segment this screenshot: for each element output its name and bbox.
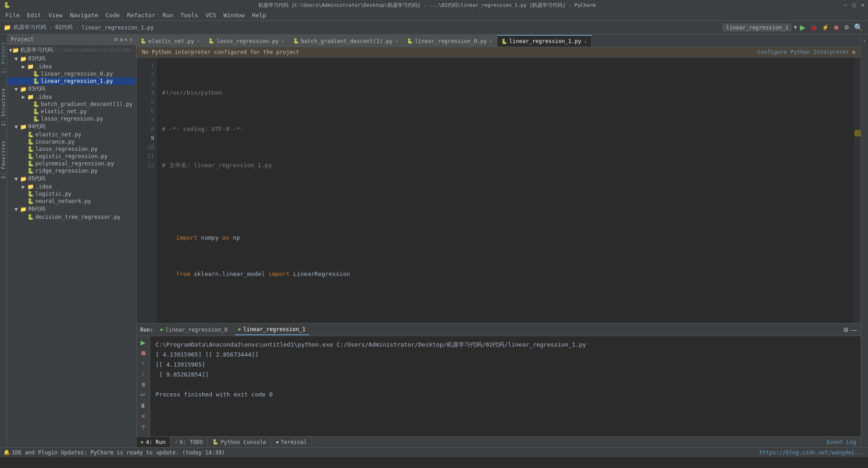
settings-button[interactable]: ⚙ [843, 23, 851, 32]
tab-batch[interactable]: 🐍 batch_gradient_descent(1).py ✕ [289, 35, 403, 47]
tree-label-nn: neural_network.py [35, 198, 91, 204]
tree-file-en04[interactable]: 🐍 elastic_net.py [7, 131, 136, 138]
run-btn-pin[interactable]: ✕ [138, 411, 148, 421]
run-btn-down[interactable]: ↓ [138, 369, 148, 378]
run-btn-pause[interactable]: ⏸ [138, 380, 148, 389]
panel-label-favorites[interactable]: 2: Favorites [0, 137, 7, 182]
gear-icon[interactable]: ⚙ [120, 37, 123, 43]
tree-root[interactable]: ▼ 📁 机器学习代码 C:\Users\Administrator\De... [7, 46, 136, 54]
event-log-area[interactable]: Event Log [822, 437, 861, 447]
menu-file[interactable]: File [2, 11, 23, 19]
run-panel-minimize-button[interactable]: — [851, 326, 857, 333]
tab-lr1[interactable]: 🐍 linear_regression_1.py ✕ [497, 35, 592, 47]
right-sidebar-item-1[interactable]: ⚡ [862, 36, 868, 46]
tab-close-batch[interactable]: ✕ [395, 38, 399, 44]
breadcrumb-project[interactable]: 机器学习代码 [14, 24, 46, 31]
todo-label: 6: TODO [180, 439, 203, 445]
tree-folder-02[interactable]: ▼ 📁 02代码 [7, 54, 136, 63]
menu-refactor[interactable]: Refactor [123, 11, 159, 19]
breadcrumb-folder[interactable]: 02代码 [55, 24, 73, 31]
run-btn-play[interactable]: ▶ [138, 338, 148, 347]
menu-run[interactable]: Run [159, 11, 177, 19]
run-btn-wrap[interactable]: ↩ [138, 391, 148, 400]
tree-idea-02[interactable]: ▶ 📁 .idea [7, 63, 136, 70]
tab-close-elastic[interactable]: ✕ [196, 38, 200, 44]
run-tab-label-lr0: linear_regression_0 [166, 327, 228, 333]
bottom-tab-python-console[interactable]: 🐍 Python Console [208, 437, 271, 447]
tree-folder-03[interactable]: ▼ 📁 03代码 [7, 85, 136, 93]
run-config-name[interactable]: linear_regression_1 [722, 24, 792, 32]
tab-close-lr0[interactable]: ✕ [489, 38, 493, 44]
tree-file-lr1[interactable]: 🐍 linear_regression_1.py [7, 77, 136, 85]
tab-close-lasso[interactable]: ✕ [280, 38, 285, 44]
tree-folder-05[interactable]: ▼ 📁 05代码 [7, 174, 136, 183]
run-panel-settings-button[interactable]: ⚙ [843, 326, 849, 333]
tree-idea-03[interactable]: ▶ 📁 .idea [7, 93, 136, 101]
run-coverage-button[interactable]: ⚡ [820, 23, 830, 32]
bottom-tab-run[interactable]: ▶ 4: Run [137, 437, 171, 447]
run-config-dropdown[interactable]: ▼ [794, 24, 797, 30]
maximize-button[interactable]: □ [853, 2, 856, 8]
menu-help[interactable]: Help [249, 11, 270, 19]
run-tab-lr0[interactable]: ▶ linear_regression_0 [157, 325, 231, 335]
minimap-scroll[interactable] [854, 58, 861, 323]
stop-button[interactable]: ⏹ [832, 23, 841, 32]
expand-icon[interactable]: ⇱ [125, 37, 128, 43]
search-button[interactable]: 🔍 [853, 22, 864, 33]
close-panel-icon[interactable]: ✕ [129, 37, 132, 43]
main-area: 1: Project 2: Structure 2: Favorites Pro… [0, 34, 868, 447]
tree-idea-05[interactable]: ▶ 📁 .idea [7, 183, 136, 190]
run-btn-clear[interactable]: 🗑 [138, 401, 148, 410]
breadcrumb-file[interactable]: linear_regression_1.py [82, 24, 154, 31]
tree-folder-04[interactable]: ▼ 📁 04代码 [7, 122, 136, 131]
breadcrumb-sep2: › [75, 24, 79, 31]
tab-label-elastic: elastic_net.py [148, 38, 194, 44]
tab-close-lr1[interactable]: ✕ [583, 39, 588, 44]
panel-label-structure[interactable]: 2: Structure [0, 84, 7, 130]
tree-file-lr0[interactable]: 🐍 linear_regression_0.py [7, 70, 136, 77]
configure-link[interactable]: Configure Python Interpreter [757, 49, 849, 55]
minimize-button[interactable]: — [844, 2, 847, 8]
tree-file-nn[interactable]: 🐍 neural_network.py [7, 198, 136, 205]
tab-lasso[interactable]: 🐍 lasso_regression.py ✕ [205, 35, 289, 47]
tree-file-logr04[interactable]: 🐍 logistic_regression.py [7, 153, 136, 160]
py-icon-lr1: 🐍 [33, 78, 39, 84]
menu-edit[interactable]: Edit [23, 11, 44, 19]
tab-elastic-net[interactable]: 🐍 elastic_net.py ✕ [137, 35, 205, 47]
run-btn-up[interactable]: ↑ [138, 359, 148, 368]
run-btn-stop[interactable]: ⏹ [138, 348, 148, 357]
tree-file-lass04[interactable]: 🐍 lasso_regression.py [7, 145, 136, 153]
code-editor[interactable]: 1 2 3 4 5 6 7 8 9 10 11 12 #!/usr/bin/py… [137, 58, 861, 323]
menu-vcs[interactable]: VCS [202, 11, 219, 19]
tree-folder-06[interactable]: ▼ 📁 06代码 [7, 205, 136, 213]
tree-label-ins: insurance.py [35, 139, 75, 145]
menu-view[interactable]: View [45, 11, 66, 19]
bottom-tab-terminal[interactable]: ▪ Terminal [271, 437, 312, 447]
code-content[interactable]: #!/usr/bin/python # -*- coding: UTF-8 -*… [156, 58, 854, 323]
run-btn-help[interactable]: ? [138, 423, 148, 433]
tree-file-en03[interactable]: 🐍 elastic_net.py [7, 108, 136, 115]
tree-file-bgd[interactable]: 🐍 batch_gradient_descent(1).py [7, 101, 136, 108]
close-button[interactable]: ✕ [861, 2, 864, 8]
tree-arrow-05: ▼ [15, 176, 20, 182]
statusbar-right-link[interactable]: https://blog.csdn.net/wangdei... [760, 449, 864, 456]
menu-code[interactable]: Code [102, 11, 123, 19]
tree-file-ridge[interactable]: 🐍 ridge_regression.py [7, 167, 136, 174]
run-button[interactable]: ▶ [799, 22, 807, 33]
menu-tools[interactable]: Tools [177, 11, 202, 19]
tree-file-lr03[interactable]: 🐍 lasso_regression.py [7, 115, 136, 122]
tree-file-ins[interactable]: 🐍 insurance.py [7, 138, 136, 145]
interpreter-settings-icon[interactable]: ⚙ [852, 49, 855, 55]
tree-file-poly[interactable]: 🐍 polynomial_regression.py [7, 160, 136, 167]
menu-navigate[interactable]: Navigate [66, 11, 102, 19]
run-tab-lr1[interactable]: ▶ linear_regression_1 [235, 324, 309, 335]
tree-file-dtr[interactable]: 🐍 decision_tree_regressor.py [7, 213, 136, 221]
bottom-tab-todo[interactable]: ✓ 6: TODO [171, 437, 208, 447]
sync-icon[interactable]: ⟳ [114, 37, 118, 43]
py-icon-log05: 🐍 [27, 191, 34, 197]
tree-file-log05[interactable]: 🐍 logistic.py [7, 190, 136, 198]
menu-window[interactable]: Window [220, 11, 249, 19]
panel-label-project[interactable]: 1: Project [0, 38, 7, 77]
tab-lr0[interactable]: 🐍 linear_regression_0.py ✕ [403, 35, 497, 47]
debug-button[interactable]: 🐞 [809, 23, 819, 32]
